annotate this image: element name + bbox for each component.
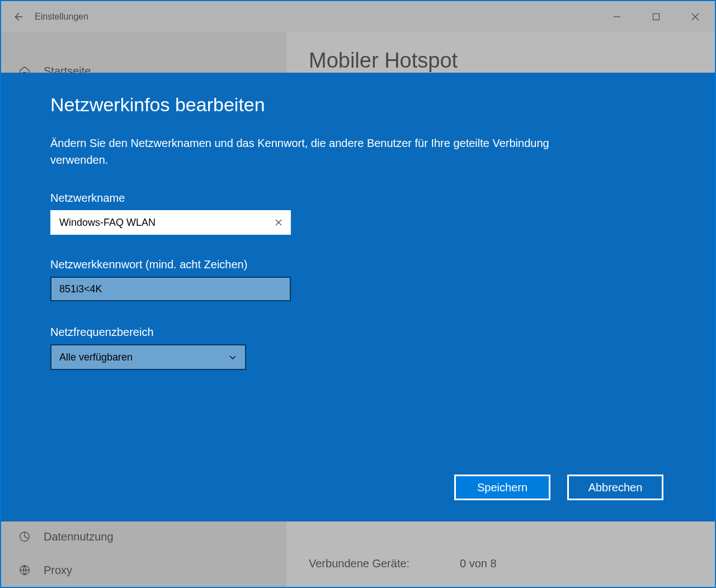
network-name-input[interactable] <box>50 210 291 235</box>
dialog-description: Ändern Sie den Netzwerknamen und das Ken… <box>50 135 565 168</box>
edit-network-info-dialog: Netzwerkinfos bearbeiten Ändern Sie den … <box>1 73 715 521</box>
network-band-value: Alle verfügbaren <box>59 352 133 363</box>
save-button[interactable]: Speichern <box>454 475 550 500</box>
dialog-title: Netzwerkinfos bearbeiten <box>50 94 666 116</box>
cancel-button[interactable]: Abbrechen <box>567 475 663 500</box>
close-icon <box>275 219 282 226</box>
network-password-label: Netzwerkkennwort (mind. acht Zeichen) <box>50 258 666 271</box>
dialog-button-row: Speichern Abbrechen <box>50 475 666 500</box>
network-password-input[interactable] <box>50 277 291 301</box>
network-name-label: Netzwerkname <box>50 192 666 205</box>
network-band-label: Netzfrequenzbereich <box>50 326 666 339</box>
network-name-field-wrap <box>50 210 291 235</box>
clear-input-button[interactable] <box>266 210 291 235</box>
network-band-select[interactable]: Alle verfügbaren <box>50 344 246 370</box>
chevron-down-icon <box>228 353 237 362</box>
